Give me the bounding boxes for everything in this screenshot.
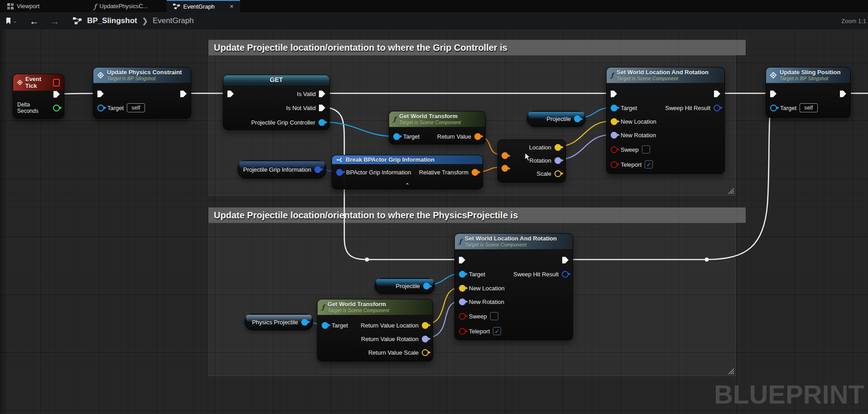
mouse-cursor bbox=[525, 153, 532, 162]
comment-resize-handle[interactable] bbox=[726, 186, 735, 195]
relative-transform-pin[interactable] bbox=[472, 169, 478, 176]
rotation-pin[interactable] bbox=[555, 157, 561, 164]
delta-seconds-pin[interactable] bbox=[53, 105, 60, 111]
target-pin[interactable] bbox=[770, 105, 777, 111]
teleport-checkbox[interactable]: ✓ bbox=[493, 327, 501, 335]
pin-label: Rotation bbox=[530, 157, 551, 164]
breadcrumb-current[interactable]: EventGraph bbox=[153, 16, 194, 25]
collapse-chevron-icon[interactable]: ⌃ bbox=[332, 183, 482, 188]
target-pin[interactable] bbox=[97, 105, 104, 111]
node-title: Get World Transform bbox=[328, 301, 389, 308]
forward-button[interactable]: → bbox=[50, 16, 59, 26]
target-pin[interactable] bbox=[393, 133, 400, 140]
new-location-pin[interactable] bbox=[459, 285, 466, 292]
tab-update-physics[interactable]: ƒ UpdatePhysicsC... bbox=[87, 0, 154, 12]
target-pin[interactable] bbox=[611, 105, 617, 111]
value-pin[interactable] bbox=[314, 166, 321, 173]
node-title: Set World Location And Rotation bbox=[617, 69, 709, 76]
node-projectile-grip-information[interactable]: Projectile Grip Information bbox=[238, 160, 326, 178]
pin-label: Sweep Hit Result bbox=[513, 271, 559, 278]
sweep-checkbox[interactable] bbox=[490, 312, 498, 320]
comment-resize-handle[interactable] bbox=[726, 366, 735, 375]
back-button[interactable]: ← bbox=[29, 16, 39, 26]
node-event-tick[interactable]: Event Tick Delta Seconds bbox=[13, 74, 64, 119]
node-physics-projectile[interactable]: Physics Projectile bbox=[245, 314, 313, 330]
teleport-pin[interactable] bbox=[459, 328, 466, 335]
node-title: Set World Location And Rotation bbox=[465, 235, 557, 242]
event-enabled-icon bbox=[53, 79, 60, 87]
exec-out-pin[interactable] bbox=[180, 91, 187, 97]
new-location-pin[interactable] bbox=[611, 118, 617, 125]
pin-label: Return Value Rotation bbox=[361, 336, 419, 342]
projectile-grip-controller-pin[interactable] bbox=[318, 119, 325, 126]
value-pin[interactable] bbox=[574, 116, 581, 122]
sweep-hit-result-pin[interactable] bbox=[562, 271, 569, 278]
function-icon: ƒ bbox=[393, 116, 396, 123]
is-valid-exec-pin[interactable] bbox=[319, 91, 325, 97]
pin-label: Location bbox=[529, 144, 551, 151]
breadcrumb-graph-icon bbox=[73, 17, 82, 25]
node-get-world-transform-2[interactable]: ƒ Get World Transform Target is Scene Co… bbox=[317, 299, 433, 361]
sweep-pin[interactable] bbox=[611, 146, 617, 153]
node-projectile-1[interactable]: Projectile bbox=[527, 111, 586, 127]
exec-in-pin[interactable] bbox=[459, 257, 465, 264]
return-value-rotation-pin[interactable] bbox=[422, 336, 429, 342]
bpactor-grip-information-pin[interactable] bbox=[336, 169, 343, 176]
tab-viewport[interactable]: Viewport bbox=[1, 0, 46, 12]
node-subtitle: Target is Scene Component bbox=[399, 120, 461, 125]
node-set-world-location-and-rotation-1[interactable]: ƒ Set World Location And Rotation Target… bbox=[606, 67, 725, 174]
zoom-level-label: Zoom 1:1 bbox=[841, 12, 866, 29]
return-value-scale-pin[interactable] bbox=[422, 349, 429, 356]
sweep-checkbox[interactable] bbox=[642, 145, 650, 154]
comment-header-physics[interactable]: Update Projectile location/orientation t… bbox=[208, 207, 746, 223]
graph-edge-shade bbox=[0, 29, 7, 414]
breadcrumb-root[interactable]: BP_Slingshot bbox=[87, 16, 137, 25]
function-icon: ƒ bbox=[611, 72, 613, 79]
exec-in-pin[interactable] bbox=[227, 91, 234, 97]
value-pin[interactable] bbox=[301, 319, 308, 326]
tab-close-icon[interactable]: ✕ bbox=[230, 4, 234, 10]
node-title: GET bbox=[270, 77, 283, 83]
node-subtitle: Target is Scene Component bbox=[465, 242, 557, 248]
bookmark-button[interactable]: ⌄ bbox=[5, 17, 17, 24]
exec-in-pin[interactable] bbox=[770, 91, 776, 97]
node-subtitle: Target is Scene Component bbox=[617, 76, 709, 82]
exec-in-pin[interactable] bbox=[611, 91, 617, 97]
new-rotation-pin[interactable] bbox=[459, 298, 466, 305]
target-pin[interactable] bbox=[322, 322, 328, 329]
node-get-projectile-grip-controller[interactable]: GET Is Valid Is Not Valid Projectile Gri… bbox=[223, 75, 330, 130]
scale-pin[interactable] bbox=[555, 170, 561, 177]
node-projectile-2[interactable]: Projectile bbox=[375, 278, 435, 294]
breadcrumb-chevron-icon: ❯ bbox=[142, 16, 148, 26]
exec-out-pin[interactable] bbox=[714, 91, 720, 97]
exec-out-pin[interactable] bbox=[53, 91, 60, 98]
teleport-checkbox[interactable]: ✓ bbox=[645, 160, 653, 168]
tab-event-graph[interactable]: EventGraph ✕ bbox=[167, 0, 240, 12]
return-value-location-pin[interactable] bbox=[422, 322, 429, 329]
node-title: Update Sling Position bbox=[780, 69, 840, 76]
node-update-physics-constraint[interactable]: Update Physics Constraint Target is BP S… bbox=[93, 67, 191, 119]
sweep-hit-result-pin[interactable] bbox=[714, 105, 720, 111]
node-update-sling-position[interactable]: Update Sling Position Target is BP Sling… bbox=[766, 67, 851, 118]
pin-label: Teleport bbox=[469, 328, 490, 335]
value-pin[interactable] bbox=[423, 283, 430, 289]
node-break-bpactor-grip-information[interactable]: Break BPActor Grip Information BPActor G… bbox=[332, 155, 483, 189]
variable-label: Projectile bbox=[547, 116, 571, 122]
graph-toolbar: ⌄ ← → BP_Slingshot ❯ EventGraph Zoom 1:1 bbox=[0, 12, 868, 30]
self-literal[interactable]: self bbox=[800, 103, 817, 112]
new-rotation-pin[interactable] bbox=[611, 132, 617, 139]
return-value-pin[interactable] bbox=[474, 133, 481, 140]
comment-header-grip[interactable]: Update Projectile location/orientation t… bbox=[208, 40, 746, 55]
location-pin[interactable] bbox=[555, 144, 561, 151]
target-pin[interactable] bbox=[459, 271, 466, 278]
self-literal[interactable]: self bbox=[127, 103, 145, 112]
exec-out-pin[interactable] bbox=[562, 257, 569, 264]
exec-out-pin[interactable] bbox=[840, 91, 846, 97]
node-get-world-transform-1[interactable]: ƒ Get World Transform Target is Scene Co… bbox=[389, 111, 486, 144]
node-set-world-location-and-rotation-2[interactable]: ƒ Set World Location And Rotation Target… bbox=[454, 233, 573, 340]
is-not-valid-exec-pin[interactable] bbox=[319, 105, 325, 111]
sweep-pin[interactable] bbox=[459, 313, 466, 320]
exec-in-pin[interactable] bbox=[97, 91, 104, 97]
teleport-pin[interactable] bbox=[611, 161, 617, 168]
variable-label: Projectile bbox=[396, 283, 420, 289]
